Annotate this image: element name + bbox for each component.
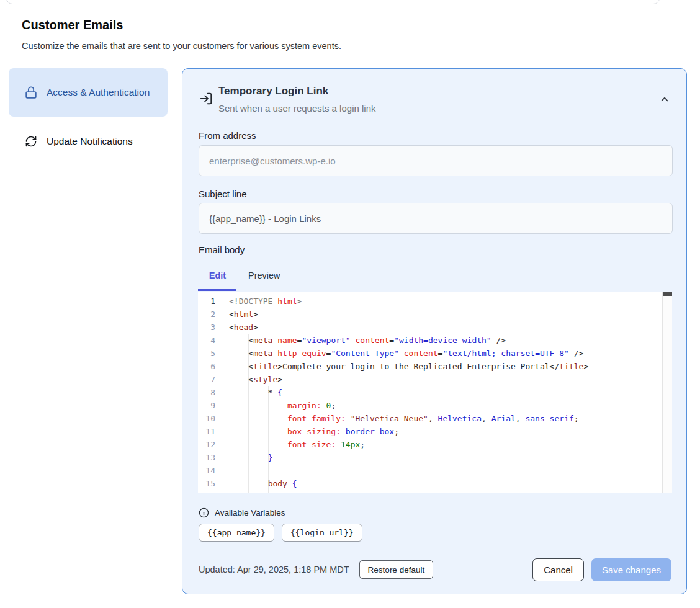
code-line: 16 background-color: #f9f9f9; [198,490,662,493]
sidebar: Access & Authentication Update Notificat… [9,68,168,156]
code-line: 8 * { [198,386,662,399]
active-tab-indicator [198,289,236,291]
page-title: Customer Emails [22,18,123,32]
line-number: 8 [198,386,215,399]
code-line: 14 [198,464,662,477]
from-address-label: From address [199,130,256,141]
sidebar-item-update-notifications[interactable]: Update Notifications [9,127,168,156]
sidebar-item-label: Update Notifications [47,134,153,149]
line-number: 14 [198,464,215,477]
subject-line-input[interactable] [199,203,673,234]
log-in-icon [199,92,213,105]
info-icon [199,507,209,518]
editor-scrollbar[interactable] [662,292,672,493]
from-address-input[interactable] [199,145,673,176]
template-title: Temporary Login Link [218,85,328,97]
line-number: 12 [198,438,215,451]
code-line: 3<head> [198,321,662,334]
code-line: 2<html> [198,308,662,321]
code-line: 5 <meta http-equiv="Content-Type" conten… [198,347,662,360]
variable-chips: {{app_name}}{{login_url}} [199,524,362,542]
code-editor[interactable]: 1<!DOCTYPE html>2<html>3<head>4 <meta na… [198,292,672,493]
sidebar-item-label: Access & Authentication [47,85,153,100]
line-number: 10 [198,412,215,425]
line-number: 9 [198,399,215,412]
code-editor-lines: 1<!DOCTYPE html>2<html>3<head>4 <meta na… [198,295,662,493]
subject-line-label: Subject line [199,189,247,199]
code-line: 1<!DOCTYPE html> [198,295,662,308]
refresh-icon [24,134,38,149]
page-subtitle: Customize the emails that are sent to yo… [22,41,341,51]
code-line: 6 <title>Complete your login to the Repl… [198,360,662,373]
line-number: 15 [198,477,215,490]
tab-edit[interactable]: Edit [199,270,236,280]
code-line: 12 font-size: 14px; [198,438,662,451]
line-number: 5 [198,347,215,360]
lock-icon [24,85,38,100]
line-number: 16 [198,490,215,493]
previous-card-edge [6,0,660,4]
variable-chip[interactable]: {{login_url}} [282,524,362,542]
template-subtitle: Sent when a user requests a login link [218,103,375,114]
line-number: 7 [198,373,215,386]
tab-preview[interactable]: Preview [248,270,280,280]
code-line: 15 body { [198,477,662,490]
line-number: 1 [198,295,215,308]
email-body-label: Email body [199,244,245,255]
line-number: 6 [198,360,215,373]
code-line: 7 <style> [198,373,662,386]
code-line: 13 } [198,451,662,464]
code-line: 10 font-family: "Helvetica Neue", Helvet… [198,412,662,425]
sidebar-item-access-authentication[interactable]: Access & Authentication [9,68,168,117]
line-number: 13 [198,451,215,464]
available-variables-row: Available Variables [199,507,285,518]
code-line: 4 <meta name="viewport" content="width=d… [198,334,662,347]
line-number: 2 [198,308,215,321]
line-number: 11 [198,425,215,438]
save-changes-button[interactable]: Save changes [591,558,671,581]
chevron-up-icon[interactable] [658,92,671,106]
updated-timestamp: Updated: Apr 29, 2025, 1:18 PM MDT [199,565,349,574]
available-variables-label: Available Variables [215,508,285,517]
restore-default-button[interactable]: Restore default [359,560,434,579]
line-number: 4 [198,334,215,347]
panel-footer: Updated: Apr 29, 2025, 1:18 PM MDT Resto… [199,557,671,582]
cancel-button[interactable]: Cancel [532,558,584,581]
code-line: 11 box-sizing: border-box; [198,425,662,438]
code-line: 9 margin: 0; [198,399,662,412]
line-number: 3 [198,321,215,334]
editor-scrollbar-thumb[interactable] [663,292,672,296]
variable-chip[interactable]: {{app_name}} [199,524,274,542]
email-template-panel: Temporary Login Link Sent when a user re… [182,68,687,594]
